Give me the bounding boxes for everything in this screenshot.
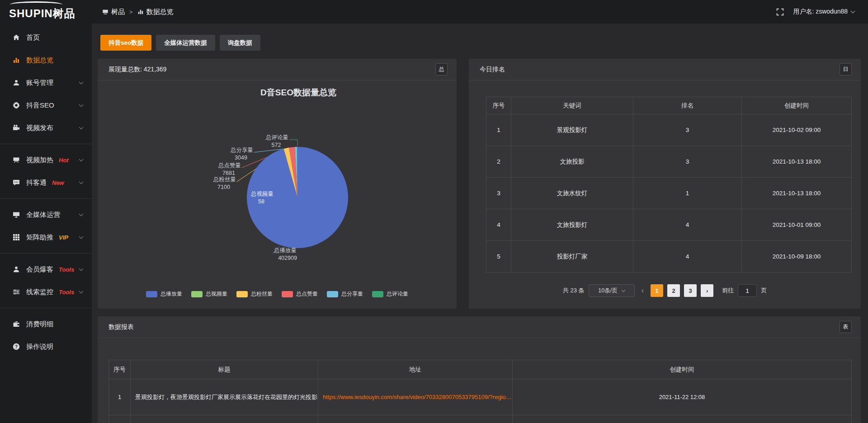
user-icon (12, 79, 20, 87)
table-row: 3文旅水纹灯12021-10-13 18:00 (486, 178, 852, 209)
pie-label-line (289, 140, 297, 146)
svg-text:总粉丝量: 总粉丝量 (213, 176, 236, 183)
tab-douyin-seo-data[interactable]: 抖音seo数据 (100, 35, 151, 51)
chevron-down-icon (79, 180, 84, 184)
sidebar-item-consumption-details[interactable]: 消费明细 (0, 313, 92, 335)
breadcrumb-separator: > (129, 9, 133, 15)
chart-legend: 总播放量总视频量总粉丝量总点赞量总分享量总评论量 (98, 290, 457, 298)
legend-swatch (146, 291, 157, 297)
table-cell: 2 (486, 146, 511, 178)
fullscreen-icon[interactable] (776, 8, 784, 16)
sidebar-item-douyin-seo[interactable]: 抖音SEO (0, 94, 92, 117)
breadcrumb-item-2[interactable]: 数据总览 (137, 8, 174, 16)
svg-text:总分享量: 总分享量 (230, 147, 253, 153)
table-cell: 5 (486, 241, 511, 273)
pie-slice-1[interactable] (247, 147, 348, 248)
header-actions: 用户名: zswodun88 (776, 8, 868, 16)
table-cell: 2021-10-13 18:00 (742, 178, 852, 209)
column-header: 标题 (131, 360, 318, 379)
app-logo[interactable]: SHUPIN树品 (0, 0, 92, 24)
link-cell[interactable]: https://www.iesdouyin.com/share/video/70… (318, 379, 513, 415)
page-jump-input[interactable] (738, 284, 757, 297)
next-page-button[interactable]: › (701, 284, 713, 297)
wallet-icon (12, 320, 20, 328)
prev-page-button[interactable]: ‹ (639, 286, 647, 295)
table-cell: 文旅投影 (511, 146, 633, 178)
sidebar-item-home[interactable]: 首页 (0, 26, 92, 49)
tab-omni-media-data[interactable]: 全媒体运营数据 (156, 35, 215, 51)
member-icon (12, 265, 20, 273)
tab-inquiry-data[interactable]: 询盘数据 (220, 35, 260, 51)
legend-swatch (282, 291, 293, 297)
video-link[interactable]: https://www.iesdouyin.com/share/video/70… (323, 394, 512, 400)
page-button-3[interactable]: 3 (684, 284, 697, 297)
svg-text:总播放量: 总播放量 (274, 247, 297, 254)
table-cell: 2021-11-22 12:08 (513, 379, 852, 415)
user-menu[interactable]: 用户名: zswodun88 (793, 8, 854, 16)
sidebar-item-data-overview[interactable]: 数据总览 (0, 49, 92, 71)
chevron-down-icon (79, 267, 84, 271)
sidebar-item-badge: Tools (59, 266, 74, 273)
sidebar-item-omni-media-operation[interactable]: 全媒体运营 (0, 203, 92, 226)
legend-item-3[interactable]: 总粉丝量 (236, 290, 273, 298)
sidebar-item-label: 账号管理 (26, 79, 53, 87)
legend-item-4[interactable]: 总点赞量 (282, 290, 318, 298)
sidebar-item-account-management[interactable]: 账号管理 (0, 71, 92, 94)
sidebar-item-label: 操作说明 (26, 343, 53, 351)
sidebar-item-video-heating[interactable]: 视频加热Hot (0, 149, 92, 171)
overview-panel-header: 展现量总数: 421,369 总 (98, 59, 457, 80)
sidebar-item-label: 线索监控 (26, 288, 53, 296)
table-cell: 1 (486, 114, 511, 146)
column-header: 序号 (109, 360, 131, 379)
total-view-button[interactable]: 总 (435, 63, 448, 75)
page-button-2[interactable]: 2 (667, 284, 680, 297)
svg-text:总视频量: 总视频量 (250, 191, 274, 197)
legend-swatch (191, 291, 203, 297)
sidebar-divider (0, 253, 92, 254)
table-row: 2文旅投影32021-10-13 18:00 (486, 146, 852, 178)
svg-text:7681: 7681 (222, 170, 235, 176)
report-panel-header: 数据报表 表 (98, 316, 861, 338)
table-view-button[interactable]: 表 (840, 321, 852, 333)
column-header: 创建时间 (513, 360, 852, 379)
sidebar-item-clue-monitoring[interactable]: 线索监控Tools (0, 281, 92, 303)
sidebar-divider (0, 198, 92, 199)
sidebar-item-member-baoke[interactable]: 会员爆客Tools (0, 258, 92, 281)
table-cell: 4 (486, 209, 511, 241)
main-content: 抖音seo数据全媒体运营数据询盘数据 展现量总数: 421,369 总 D音SE… (92, 24, 868, 423)
pie-label: 总粉丝量7100 (213, 176, 236, 190)
table-cell: 1 (633, 178, 742, 209)
column-header: 序号 (486, 97, 511, 114)
day-view-button[interactable]: 日 (840, 63, 852, 75)
legend-item-5[interactable]: 总分享量 (327, 290, 363, 298)
legend-item-2[interactable]: 总视频量 (191, 290, 227, 298)
table-row: 1景观投影灯32021-10-02 09:00 (486, 114, 852, 146)
sidebar-item-matrix-boost[interactable]: 矩阵助推VIP (0, 226, 92, 249)
page-size-select[interactable]: 10条/页 (589, 284, 635, 297)
table-header-row: 序号标题地址创建时间 (109, 360, 852, 379)
sidebar-item-video-publish[interactable]: 视频发布 (0, 117, 92, 139)
username-label: 用户名: zswodun88 (793, 8, 848, 16)
pie-chart-area: D音SEO数据量总览 总播放量402909总视频量58总粉丝量7100总点赞量7… (98, 80, 457, 309)
ranking-panel-title: 今日排名 (480, 66, 505, 74)
sidebar-divider (0, 308, 92, 308)
sidebar-item-douketong[interactable]: 抖客通New (0, 171, 92, 194)
sidebar-item-label: 首页 (26, 33, 40, 42)
table-row: 1景观投影灯，夜游景观投影灯厂家展示展示落花灯在花园里的灯光投影应用效果 #ht… (109, 379, 852, 415)
legend-item-1[interactable]: 总播放量 (146, 290, 182, 298)
sidebar-item-label: 消费明细 (26, 320, 53, 329)
report-table: 序号标题地址创建时间1景观投影灯，夜游景观投影灯厂家展示展示落花灯在花园里的灯光… (108, 360, 852, 423)
table-cell: 景观投影灯 (511, 114, 633, 146)
table-cell: 3 (633, 146, 742, 178)
table-cell: 2021-10-09 18:00 (742, 241, 852, 273)
table-row-partial (109, 415, 852, 423)
breadcrumb-item-1[interactable]: 树品 (102, 8, 125, 16)
table-cell: 3 (633, 114, 742, 146)
table-cell: 景观投影灯，夜游景观投影灯厂家展示展示落花灯在花园里的灯光投影应用效果 # (131, 379, 318, 415)
data-report-panel: 数据报表 表 序号标题地址创建时间1景观投影灯，夜游景观投影灯厂家展示展示落花灯… (98, 316, 861, 423)
legend-item-6[interactable]: 总评论量 (372, 290, 408, 298)
chart-bar-icon (12, 56, 20, 64)
sidebar-item-operation-guide[interactable]: ?操作说明 (0, 335, 92, 358)
goto-label: 前往 (722, 287, 734, 295)
page-button-1[interactable]: 1 (651, 284, 663, 297)
